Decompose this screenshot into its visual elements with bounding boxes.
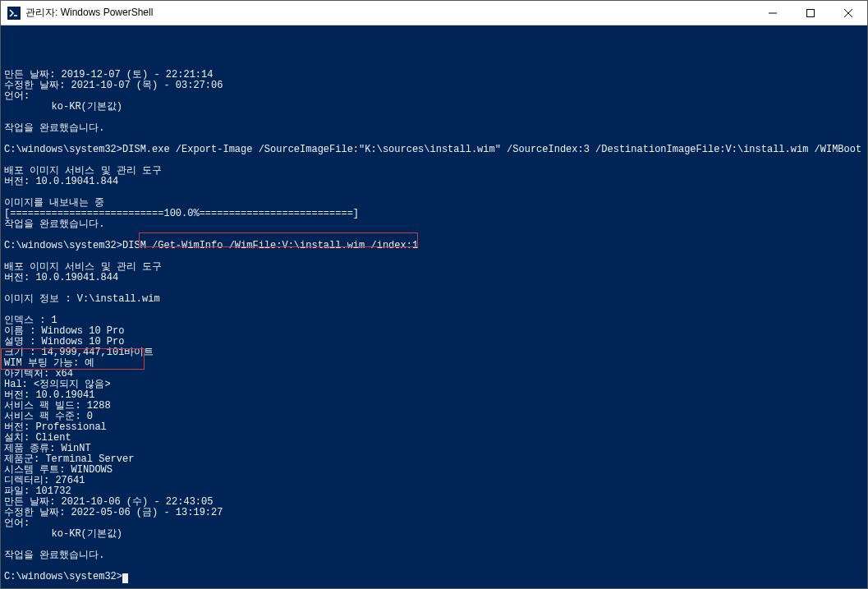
terminal-line: C:\windows\system32>DISM.exe /Export-Ima… — [4, 145, 864, 155]
close-button[interactable] — [829, 1, 867, 25]
terminal-line: ko-KR(기본값) — [4, 102, 864, 113]
terminal-line: 작업을 완료했습니다. — [4, 123, 864, 134]
terminal-line: 서비스 팩 빌드: 1288 — [4, 401, 864, 412]
terminal-line: WIM 부팅 가능: 예 — [4, 358, 864, 369]
terminal-line: 작업을 완료했습니다. — [4, 550, 864, 561]
terminal-line — [4, 113, 864, 123]
minimize-button[interactable] — [754, 1, 792, 25]
terminal-line: C:\windows\system32>DISM /Get-WimInfo /W… — [4, 241, 864, 251]
window-controls — [754, 1, 867, 25]
terminal-line: 이름 : Windows 10 Pro — [4, 326, 864, 337]
terminal-line — [4, 540, 864, 550]
terminal-line: 버전: Professional — [4, 422, 864, 433]
powershell-window: 관리자: Windows PowerShell 만든 날짜: 2019-12-0… — [0, 0, 868, 589]
terminal-line: ko-KR(기본값) — [4, 529, 864, 540]
terminal-line: 버전: 10.0.19041 — [4, 390, 864, 401]
terminal-line: 이미지 정보 : V:\install.wim — [4, 294, 864, 305]
terminal-line: [==========================100.0%=======… — [4, 209, 864, 219]
terminal-line: 수정한 날짜: 2022-05-06 (금) - 13:19:27 — [4, 508, 864, 518]
cursor — [122, 573, 128, 583]
powershell-icon — [7, 7, 21, 20]
terminal-line — [4, 305, 864, 315]
terminal-line: 작업을 완료했습니다. — [4, 219, 864, 230]
terminal-line — [4, 561, 864, 572]
svg-rect-3 — [807, 9, 815, 16]
terminal-line: 제품군: Terminal Server — [4, 454, 864, 465]
terminal-line: 인덱스 : 1 — [4, 315, 864, 326]
terminal-line: 서비스 팩 수준: 0 — [4, 412, 864, 422]
terminal-line: 언어: — [4, 91, 864, 102]
window-title: 관리자: Windows PowerShell — [25, 6, 754, 20]
terminal-line: 배포 이미지 서비스 및 관리 도구 — [4, 262, 864, 273]
terminal-line: 크기 : 14,999,447,101바이트 — [4, 347, 864, 358]
terminal-line: Hal: <정의되지 않음> — [4, 380, 864, 390]
terminal-content[interactable]: 만든 날짜: 2019-12-07 (토) - 22:21:14수정한 날짜: … — [1, 25, 867, 588]
maximize-button[interactable] — [792, 1, 829, 25]
titlebar: 관리자: Windows PowerShell — [1, 1, 867, 25]
terminal-line — [4, 187, 864, 198]
terminal-line: 디렉터리: 27641 — [4, 476, 864, 486]
terminal-line: C:\windows\system32> — [4, 572, 864, 582]
terminal-line: 수정한 날짜: 2021-10-07 (목) - 03:27:06 — [4, 81, 864, 91]
terminal-line: 설치: Client — [4, 433, 864, 444]
terminal-line: 언어: — [4, 518, 864, 529]
terminal-line: 배포 이미지 서비스 및 관리 도구 — [4, 166, 864, 177]
terminal-line: 버전: 10.0.19041.844 — [4, 273, 864, 283]
terminal-line: 아키텍처: x64 — [4, 369, 864, 380]
terminal-line: 시스템 루트: WINDOWS — [4, 465, 864, 476]
terminal-line: 버전: 10.0.19041.844 — [4, 177, 864, 187]
